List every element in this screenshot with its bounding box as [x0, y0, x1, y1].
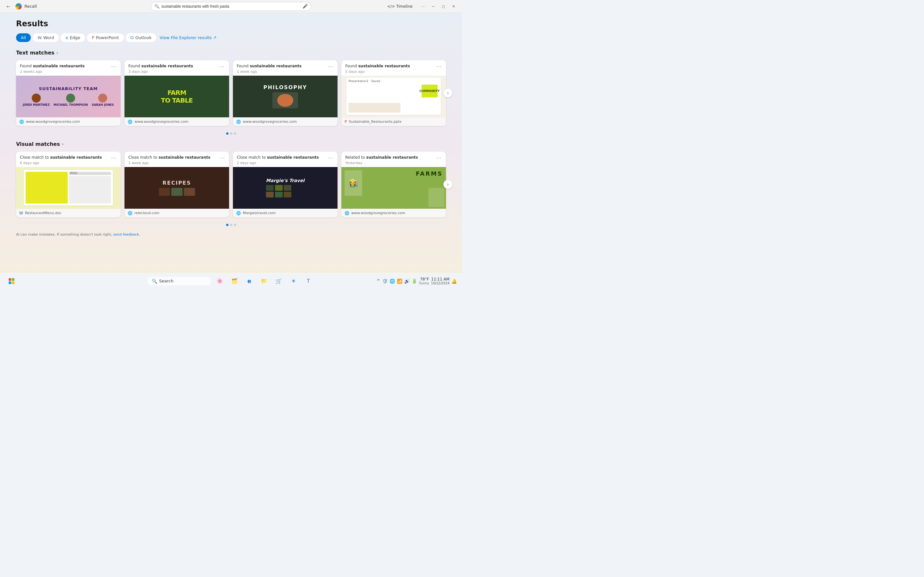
card-img-recipes: RECIPES — [124, 167, 229, 209]
ai-disclaimer: AI can make mistakes. If something doesn… — [16, 232, 446, 237]
recall-taskbar-icon: ☀ — [291, 278, 296, 284]
filter-word[interactable]: W Word — [33, 33, 59, 42]
filter-edge[interactable]: e Edge — [61, 33, 85, 42]
taskbar-left — [5, 275, 18, 287]
dot-3[interactable] — [234, 132, 236, 135]
taskbar-app-3[interactable]: e — [243, 275, 256, 287]
restore-button[interactable]: ◻ — [439, 2, 448, 11]
visual-matches-chevron[interactable]: › — [62, 141, 64, 147]
page-title: Results — [16, 19, 446, 28]
clock-widget[interactable]: 11:11 AM 10/22/2024 — [431, 277, 449, 285]
edge-footer-icon-v3: 🌐 — [236, 211, 241, 215]
timeline-icon: </> — [387, 4, 395, 9]
visual-match-card-1[interactable]: Close match to sustainable restaurants 6… — [16, 152, 121, 218]
card-menu-1[interactable]: ⋯ — [110, 63, 117, 69]
v-card-title-1: Close match to sustainable restaurants — [20, 155, 102, 160]
taskbar-app-6[interactable]: ☀ — [287, 275, 300, 287]
v-card-header-3: Close match to sustainable restaurants 2… — [233, 152, 338, 167]
v-card-image-1: MENU — [16, 167, 121, 209]
tray-chevron[interactable]: ^ — [376, 279, 380, 284]
dot-2[interactable] — [230, 132, 232, 135]
text-match-card-1[interactable]: Found sustainable restaurants 2 weeks ag… — [16, 60, 121, 126]
start-button[interactable] — [5, 275, 18, 287]
all-label: All — [21, 35, 26, 40]
svg-rect-1 — [12, 278, 15, 281]
taskbar-app-1[interactable]: 🌸 — [213, 275, 226, 287]
speaker-tray-icon[interactable]: 🔊 — [404, 279, 410, 284]
v-card-time-4: Yesterday — [345, 161, 418, 165]
v-dot-2[interactable] — [230, 224, 232, 226]
taskbar-search-box[interactable]: 🔍 Search — [147, 277, 212, 285]
time-value: 11:11 AM — [431, 277, 449, 282]
visual-match-card-4[interactable]: Related to sustainable restaurants Yeste… — [341, 152, 446, 218]
filter-powerpoint[interactable]: P PowerPoint — [87, 33, 124, 42]
v-card-time-3: 2 days ago — [237, 161, 319, 165]
text-match-card-3[interactable]: Found sustainable restaurants 1 week ago… — [233, 60, 338, 126]
search-input[interactable] — [162, 4, 300, 9]
card-menu-3[interactable]: ⋯ — [327, 63, 334, 69]
send-feedback-link[interactable]: send feedback — [113, 232, 139, 237]
word-footer-icon-1: W — [19, 211, 23, 215]
notification-icon[interactable]: 🔔 — [451, 279, 457, 284]
windows-icon — [9, 278, 15, 284]
card-image-2: FARMTO TABLE — [124, 76, 229, 117]
battery-tray-icon[interactable]: 🔋 — [412, 279, 417, 284]
text-matches-title: Text matches — [16, 50, 55, 56]
taskbar-search-icon: 🔍 — [152, 279, 157, 284]
timeline-button[interactable]: </> Timeline — [384, 3, 416, 10]
close-button[interactable]: ✕ — [449, 2, 458, 11]
card-img-philosophy: PHILOSOPHY — [233, 76, 338, 117]
visual-matches-next[interactable]: › — [443, 180, 452, 189]
wifi-tray-icon[interactable]: 📶 — [397, 279, 402, 284]
card-img-farmtotable: FARMTO TABLE — [124, 76, 229, 117]
card-menu-2[interactable]: ⋯ — [219, 63, 225, 69]
edge-footer-icon-2: 🌐 — [128, 119, 132, 124]
mic-icon[interactable]: 🎤 — [302, 4, 308, 9]
taskbar-app-2[interactable]: 🗂️ — [228, 275, 241, 287]
visual-match-card-2[interactable]: Close match to sustainable restaurants 1… — [124, 152, 229, 218]
network-tray-icon[interactable]: 🌐 — [389, 279, 395, 284]
security-tray-icon[interactable]: 🛡️ — [382, 279, 388, 284]
minimize-button[interactable]: − — [429, 2, 438, 11]
edge-icon: e — [65, 35, 68, 40]
v-card-header-1: Close match to sustainable restaurants 6… — [16, 152, 121, 167]
text-match-card-4[interactable]: Found sustainable restaurants 5 days ago… — [341, 60, 446, 126]
visual-matches-dots — [16, 224, 446, 226]
taskbar-app-4[interactable]: 📁 — [258, 275, 270, 287]
edge-label: Edge — [69, 35, 80, 40]
weather-widget[interactable]: 78°F Sunny — [419, 277, 429, 285]
v-dot-3[interactable] — [234, 224, 236, 226]
v-card-menu-3[interactable]: ⋯ — [327, 155, 334, 161]
card-img-sustainability: SUSTAINABILITY TEAM JORDI MARTINEZ MICHA… — [16, 76, 121, 117]
back-button[interactable]: ← — [4, 2, 13, 11]
v-dot-1[interactable] — [226, 224, 228, 226]
system-tray: ^ 🛡️ 🌐 📶 🔊 🔋 — [376, 279, 417, 284]
text-matches-chevron[interactable]: › — [57, 50, 58, 55]
search-bar[interactable]: 🔍 🎤 — [151, 2, 311, 11]
text-match-card-2[interactable]: Found sustainable restaurants 3 days ago… — [124, 60, 229, 126]
v-card-menu-1[interactable]: ⋯ — [110, 155, 117, 161]
visual-match-card-3[interactable]: Close match to sustainable restaurants 2… — [233, 152, 338, 218]
v-card-menu-4[interactable]: ⋯ — [436, 155, 442, 161]
taskbar-app-5[interactable]: 🛒 — [272, 275, 285, 287]
v-card-footer-4: 🌐 www.woodgrovegroceries.com — [341, 209, 446, 218]
card-img-restaurantmenu: MENU — [16, 167, 121, 209]
app-icon — [15, 3, 22, 10]
view-file-explorer-link[interactable]: View File Explorer results ↗ — [160, 35, 216, 40]
more-options-button[interactable]: ⋯ — [418, 2, 427, 11]
v-card-header-4: Related to sustainable restaurants Yeste… — [341, 152, 446, 167]
dot-1[interactable] — [226, 132, 228, 135]
card-menu-4[interactable]: ⋯ — [436, 63, 442, 69]
card-title-4: Found sustainable restaurants — [345, 63, 410, 69]
svg-rect-0 — [9, 278, 11, 281]
taskbar-app-7[interactable]: T — [302, 275, 315, 287]
visual-matches-header: Visual matches › — [16, 141, 446, 147]
text-matches-next[interactable]: › — [443, 89, 452, 97]
edge-footer-icon-v2: 🌐 — [128, 211, 132, 215]
filter-all[interactable]: All — [16, 33, 31, 42]
card-image-3: PHILOSOPHY — [233, 76, 338, 117]
v-card-source-4: www.woodgrovegroceries.com — [351, 211, 405, 215]
card-title-2: Found sustainable restaurants — [128, 63, 193, 69]
filter-outlook[interactable]: O Outlook — [126, 33, 157, 42]
v-card-menu-2[interactable]: ⋯ — [219, 155, 225, 161]
